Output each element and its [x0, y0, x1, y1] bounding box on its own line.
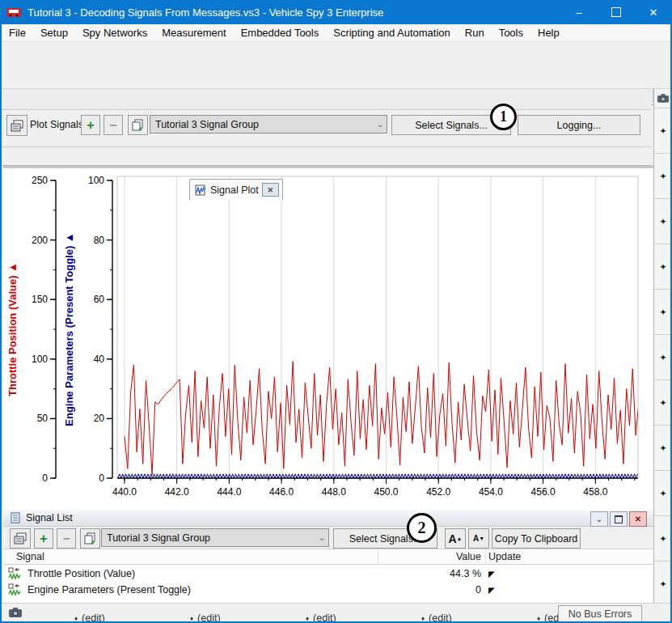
plot-signals-title: Plot Signals [30, 119, 83, 130]
menu-tools[interactable]: Tools [492, 25, 530, 40]
maximize-button[interactable] [598, 0, 635, 24]
document-tab-bar: Messages ✕ Messages Editor ✕ Signal Plot… [2, 89, 652, 110]
diamond-icon: ♦ [537, 615, 540, 622]
menu-spy-networks[interactable]: Spy Networks [75, 25, 154, 40]
plus-icon: + [87, 121, 94, 129]
menu-scripting-automation[interactable]: Scripting and Automation [326, 25, 458, 40]
svg-text:Throttle Position (Value) ▲: Throttle Position (Value) ▲ [6, 262, 19, 396]
add-signal-button[interactable]: + [34, 528, 53, 549]
dock-dot-icon: ✦ [660, 354, 666, 362]
plot-group-select[interactable]: Tutorial 3 Signal Group ⌄ [150, 115, 387, 134]
svg-text:440.0: 440.0 [112, 486, 137, 498]
signal-list-group-select[interactable]: Tutorial 3 Signal Group ⌄ [101, 528, 329, 547]
edit-slot[interactable]: ♦(edit) [421, 612, 452, 623]
select-signals-label: Select Signals... [415, 120, 488, 131]
dock-cell[interactable]: ✦ [654, 470, 672, 515]
dock-dot-icon: ✦ [660, 535, 666, 543]
triangle-up-icon: ▲ [457, 536, 463, 541]
signal-value: 0 [384, 584, 481, 595]
logging-button[interactable]: Logging... [518, 115, 640, 135]
dock-cell[interactable]: ✦ [654, 515, 672, 561]
svg-text:80: 80 [94, 235, 105, 246]
svg-text:0: 0 [99, 473, 104, 484]
copy-to-clipboard-label: Copy To Clipboard [495, 533, 578, 545]
remove-plot-button[interactable]: − [104, 115, 123, 135]
dock-cell[interactable]: ✦ [654, 289, 672, 334]
dock-cell[interactable]: ✦ [654, 561, 672, 606]
close-button[interactable]: ✕ [635, 0, 672, 24]
signal-icon [8, 567, 21, 580]
dock-dot-icon: ✦ [660, 399, 666, 407]
svg-text:60: 60 [94, 294, 105, 305]
application-window: Tutorial 3 - Decoding Signals From Messa… [0, 0, 672, 623]
svg-text:200: 200 [32, 235, 48, 246]
window-title: Tutorial 3 - Decoding Signals From Messa… [27, 6, 383, 19]
maximize-icon [611, 7, 621, 17]
copy-group-button[interactable] [80, 528, 100, 549]
font-increase-label: A [448, 532, 456, 545]
signal-value: 44.3 % [384, 568, 481, 579]
svg-text:20: 20 [94, 413, 105, 424]
font-decrease-button[interactable]: A▼ [468, 528, 489, 549]
svg-text:50: 50 [37, 413, 49, 424]
edit-slot[interactable]: ♦(edit) [190, 612, 221, 623]
no-bus-errors-label: No Bus Errors [568, 608, 632, 620]
triangle-down-icon: ▼ [479, 536, 484, 541]
panel-restore-button[interactable] [610, 511, 628, 527]
signal-list-menu-button[interactable] [10, 528, 31, 549]
dock-cell[interactable]: ✦ [654, 153, 672, 198]
signal-name: Throttle Position (Value) [27, 568, 135, 579]
menu-setup[interactable]: Setup [33, 25, 75, 40]
column-value[interactable]: Value [384, 551, 481, 562]
platform-toolbar: Platform: (None) ⌄ Desktop 1 [2, 65, 670, 89]
dock-dot-icon: ✦ [660, 218, 666, 226]
copy-group-button[interactable] [128, 115, 148, 135]
column-update[interactable]: Update [488, 551, 521, 562]
table-row[interactable]: Throttle Position (Value) 44.3 % ◤ [3, 566, 653, 582]
dock-cell[interactable]: ✦ [654, 198, 672, 244]
edit-slot[interactable]: ♦(edit) [306, 612, 336, 623]
svg-text:0: 0 [42, 473, 48, 484]
menu-bar: File Setup Spy Networks Measurement Embe… [2, 24, 670, 42]
add-plot-button[interactable]: + [81, 115, 100, 135]
table-row[interactable]: Engine Parameters (Present Toggle) 0 ◤ [3, 582, 653, 598]
dock-cell[interactable]: ✦ [654, 425, 672, 470]
plot-signals-menu-button[interactable] [6, 115, 27, 136]
diamond-icon: ♦ [74, 615, 78, 622]
copy-group-icon [132, 119, 144, 131]
panel-menu-button[interactable]: ⌄ [590, 511, 608, 527]
minimize-button[interactable]: – [560, 0, 598, 24]
camera-icon [8, 607, 23, 618]
menu-file[interactable]: File [2, 25, 33, 40]
svg-text:456.0: 456.0 [531, 486, 556, 498]
menu-measurement[interactable]: Measurement [154, 25, 233, 40]
plot-signals-toolbar: Plot Signals + − Tutorial 3 Signal Group… [2, 110, 652, 147]
copy-to-clipboard-button[interactable]: Copy To Clipboard [492, 528, 581, 549]
panel-close-button[interactable]: ✕ [629, 511, 647, 527]
annotation-step-1: 1 [490, 104, 517, 130]
dock-dot-icon: ✦ [660, 444, 666, 452]
tab-signal-plot[interactable]: Signal Plot ✕ [189, 179, 283, 200]
signal-name: Engine Parameters (Present Toggle) [27, 584, 191, 595]
dock-strip: ✦✦✦✦✦✦✦✦✦✦✦ [653, 89, 672, 603]
chart-canvas[interactable]: 440.0442.0444.0446.0448.0450.0452.0454.0… [3, 168, 652, 510]
svg-text:150: 150 [32, 294, 48, 305]
chevron-down-icon: ⌄ [596, 515, 602, 523]
dock-cell[interactable]: ✦ [654, 244, 672, 289]
edit-slot[interactable]: ♦(edit) [74, 612, 105, 623]
signal-table-header: Signal Value Update [3, 549, 653, 565]
menu-embedded-tools[interactable]: Embedded Tools [234, 25, 327, 40]
column-signal[interactable]: Signal [16, 551, 44, 562]
dock-cell[interactable]: ✦ [654, 334, 672, 379]
font-increase-button[interactable]: A▲ [445, 528, 466, 549]
menu-run[interactable]: Run [458, 25, 492, 40]
camera-icon [657, 93, 670, 104]
column-divider [485, 549, 486, 565]
app-icon [6, 6, 21, 18]
remove-signal-button[interactable]: − [57, 528, 76, 549]
dock-cell[interactable]: ✦ [654, 379, 672, 425]
close-icon[interactable]: ✕ [262, 183, 279, 197]
dock-cell[interactable]: ✦ [654, 108, 672, 153]
menu-help[interactable]: Help [530, 25, 567, 40]
signal-list-titlebar: Signal List ⌄ ✕ [3, 510, 653, 527]
